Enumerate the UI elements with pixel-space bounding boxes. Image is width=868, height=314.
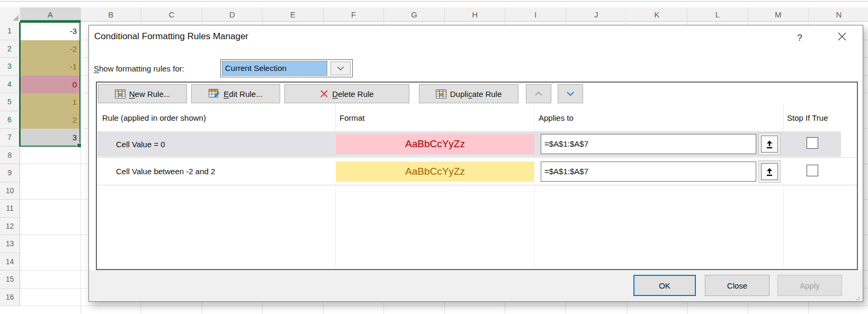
column-header-N[interactable]: N xyxy=(809,7,868,22)
column-divider xyxy=(534,104,535,268)
column-header-G[interactable]: G xyxy=(384,7,445,22)
rule-row-cell-value-between[interactable]: Cell Value between -2 and 2 AaBbCcYyZz =… xyxy=(97,158,857,184)
row-header-3[interactable]: 3 xyxy=(0,58,20,76)
formula-bar-divider xyxy=(0,1,868,2)
close-button[interactable]: Close xyxy=(705,275,769,296)
row-header-5[interactable]: 5 xyxy=(0,93,20,111)
chevron-up-icon xyxy=(534,91,543,96)
new-rule-button[interactable]: New Rule... xyxy=(98,84,187,103)
column-header-K[interactable]: K xyxy=(627,7,688,22)
column-header-J[interactable]: J xyxy=(566,7,627,22)
row-header-8[interactable]: 8 xyxy=(0,147,20,165)
header-rule: Rule (applied in order shown) xyxy=(102,113,206,122)
help-icon[interactable]: ? xyxy=(793,32,806,44)
column-header-C[interactable]: C xyxy=(141,7,202,22)
rule-name: Cell Value = 0 xyxy=(116,131,165,157)
row-header-9[interactable]: 9 xyxy=(0,164,20,182)
column-header-B[interactable]: B xyxy=(81,7,142,22)
ok-button[interactable]: OK xyxy=(633,275,696,296)
close-icon[interactable] xyxy=(835,31,849,46)
column-header-I[interactable]: I xyxy=(505,7,566,22)
select-all-triangle-icon xyxy=(13,15,19,21)
edit-rule-button[interactable]: Edit Rule... xyxy=(191,84,280,103)
stop-if-true-checkbox[interactable] xyxy=(807,165,818,176)
row-header-10[interactable]: 10 xyxy=(0,182,20,200)
move-rule-up-button[interactable] xyxy=(526,84,551,103)
row-header-1[interactable]: 1 xyxy=(0,22,20,40)
row-header-14[interactable]: 14 xyxy=(0,253,20,271)
header-format: Format xyxy=(339,113,365,122)
applies-to-input[interactable]: =$A$1:$A$7 xyxy=(541,162,756,182)
dialog-footer: OK Close Apply xyxy=(89,270,863,301)
range-picker-button[interactable] xyxy=(758,160,781,183)
header-applies: Applies to xyxy=(539,113,574,122)
row-header-16[interactable]: 16 xyxy=(0,289,20,307)
rules-list-frame: New Rule... Edit Rule... Delete Rule Dup… xyxy=(96,82,858,270)
move-rule-down-button[interactable] xyxy=(558,84,583,103)
collapse-dialog-arrow-icon xyxy=(765,167,774,176)
column-header-M[interactable]: M xyxy=(748,7,809,22)
row-header-4[interactable]: 4 xyxy=(0,76,20,94)
delete-rule-x-icon xyxy=(320,89,328,98)
column-divider xyxy=(335,104,336,268)
rule-row-cell-value-0[interactable]: Cell Value = 0 AaBbCcYyZz =$A$1:$A$7 xyxy=(97,131,857,157)
delete-rule-button[interactable]: Delete Rule xyxy=(284,84,409,103)
duplicate-rule-button[interactable]: Duplicate Rule xyxy=(419,84,518,103)
row-header-15[interactable]: 15 xyxy=(0,271,20,289)
header-stop-if-true: Stop If True xyxy=(787,113,828,122)
apply-button[interactable]: Apply xyxy=(777,275,842,296)
column-header-E[interactable]: E xyxy=(263,7,324,22)
stop-if-true-checkbox[interactable] xyxy=(807,137,818,149)
selection-outline xyxy=(20,22,80,147)
row-header-7[interactable]: 7 xyxy=(0,129,20,147)
column-divider xyxy=(783,104,784,268)
excel-window: ABCDEFGHIJKLMN 12345678910111213141516 -… xyxy=(0,0,868,314)
column-header-D[interactable]: D xyxy=(202,7,263,22)
row-divider xyxy=(97,185,857,185)
show-rules-dropdown[interactable]: Current Selection xyxy=(220,59,353,77)
collapse-dialog-arrow-icon xyxy=(765,140,774,149)
applies-to-input[interactable]: =$A$1:$A$7 xyxy=(541,134,756,154)
rule-name: Cell Value between -2 and 2 xyxy=(116,158,215,184)
row-divider xyxy=(97,157,857,158)
duplicate-rule-table-icon xyxy=(436,89,446,98)
format-preview: AaBbCcYyZz xyxy=(336,134,534,154)
range-picker-button[interactable] xyxy=(758,133,781,155)
column-header-L[interactable]: L xyxy=(687,7,748,22)
cf-rules-manager-dialog: Conditional Formatting Rules Manager ? S… xyxy=(88,25,863,302)
chevron-down-icon xyxy=(566,91,575,96)
show-rules-label: Show formatting rules for: xyxy=(94,60,184,78)
column-header-H[interactable]: H xyxy=(445,7,506,22)
select-all-corner[interactable] xyxy=(0,7,21,23)
row-header-11[interactable]: 11 xyxy=(0,200,20,218)
row-header-13[interactable]: 13 xyxy=(0,235,20,253)
column-header-F[interactable]: F xyxy=(324,7,384,22)
row-header-6[interactable]: 6 xyxy=(0,111,20,129)
row-header-12[interactable]: 12 xyxy=(0,218,20,236)
dropdown-selected-value: Current Selection xyxy=(222,61,327,75)
column-header-A[interactable]: A xyxy=(20,7,81,22)
row-header-2[interactable]: 2 xyxy=(0,40,20,58)
edit-rule-icon xyxy=(209,89,220,98)
fill-handle[interactable] xyxy=(77,143,82,148)
new-rule-table-icon xyxy=(115,89,126,98)
resize-grip[interactable] xyxy=(858,297,860,298)
chevron-down-icon xyxy=(337,66,344,71)
dropdown-button[interactable] xyxy=(330,61,351,75)
dialog-title: Conditional Formatting Rules Manager xyxy=(94,31,248,42)
format-preview: AaBbCcYyZz xyxy=(336,162,534,182)
